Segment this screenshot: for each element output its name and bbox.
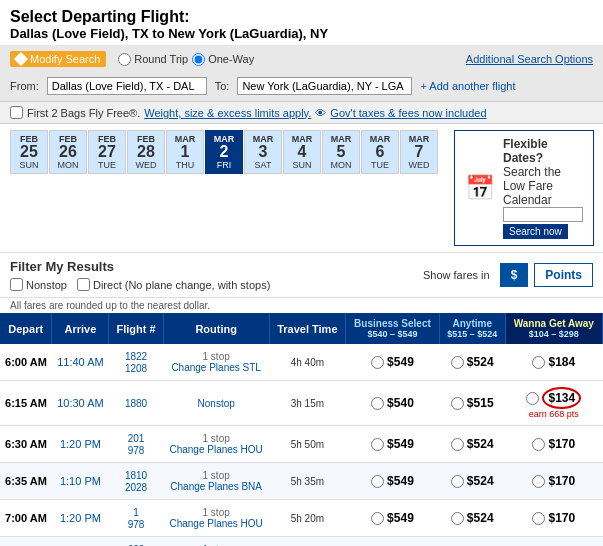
diamond-icon <box>14 52 28 66</box>
direct-filter[interactable]: Direct (No plane change, with stops) <box>77 278 270 291</box>
routing: 1 stopChange Planes HOU <box>163 500 269 537</box>
calendar-date-6[interactable]: MAR6TUE <box>361 130 399 174</box>
round-trip-option[interactable]: Round Trip <box>118 53 188 66</box>
business-price <box>346 537 440 547</box>
routing: 1 stopChange Planes BNA <box>163 463 269 500</box>
table-row: 6:00 AM 11:40 AM 18221208 1 stopChange P… <box>0 344 603 381</box>
anytime-price[interactable]: $524 <box>439 463 505 500</box>
depart-time: 6:00 AM <box>0 344 52 381</box>
wanna-price-label[interactable]: $170 <box>509 511 598 525</box>
anytime-price[interactable]: $524 <box>439 344 505 381</box>
calendar-date-28[interactable]: FEB28WED <box>127 130 165 174</box>
wanna-price-label[interactable]: $170 <box>509 437 598 451</box>
calendar-date-26[interactable]: FEB26MON <box>49 130 87 174</box>
calendar-date-5[interactable]: MAR5MON <box>322 130 360 174</box>
nonstop-filter[interactable]: Nonstop <box>10 278 67 291</box>
calendar-date-4[interactable]: MAR4SUN <box>283 130 321 174</box>
flight-num: 201978 <box>109 426 163 463</box>
depart-time: 7:00 AM <box>0 500 52 537</box>
wanna-price-label[interactable]: $170 <box>509 474 598 488</box>
arrive-time: 10:30 AM <box>52 381 109 426</box>
travel-time: 3h 15m <box>269 381 346 426</box>
wanna-price-label[interactable]: $134 <box>509 387 598 409</box>
table-row: 603 1 stop <box>0 537 603 547</box>
taxes-fees-link[interactable]: Gov't taxes & fees now included <box>330 107 486 119</box>
calendar-date-1[interactable]: MAR1THU <box>166 130 204 174</box>
flex-dates-input[interactable] <box>503 207 583 222</box>
trip-type-group: Round Trip One-Way <box>118 53 254 66</box>
business-price[interactable]: $549 <box>346 500 440 537</box>
flight-num: 603 <box>109 537 163 547</box>
wanna-price[interactable]: $170 <box>505 426 602 463</box>
table-header: Depart Arrive Flight # Routing Travel Ti… <box>0 313 603 344</box>
depart-time: 6:15 AM <box>0 381 52 426</box>
arrive-time: 1:20 PM <box>52 500 109 537</box>
fare-toggle: Show fares in $ Points <box>423 263 593 287</box>
search-now-button[interactable]: Search now <box>503 224 568 239</box>
one-way-option[interactable]: One-Way <box>192 53 254 66</box>
col-anytime: Anytime $515 – $524 <box>439 313 505 344</box>
from-label: From: <box>10 80 39 92</box>
search-bar: Modify Search Round Trip One-Way Additio… <box>0 45 603 101</box>
anytime-price <box>439 537 505 547</box>
depart-time: 6:35 AM <box>0 463 52 500</box>
arrive-time: 1:10 PM <box>52 463 109 500</box>
flight-num: 18102028 <box>109 463 163 500</box>
to-input[interactable] <box>237 77 412 95</box>
wanna-price[interactable]: $134earn 668 pts <box>505 381 602 426</box>
baggage-text1: First 2 Bags Fly Free®. <box>27 107 140 119</box>
page-title: Select Departing Flight: <box>10 8 593 26</box>
wanna-price-label[interactable]: $184 <box>509 355 598 369</box>
calendar-date-27[interactable]: FEB27TUE <box>88 130 126 174</box>
wanna-price[interactable]: $170 <box>505 500 602 537</box>
baggage-limits-link[interactable]: Weight, size & excess limits apply. <box>144 107 311 119</box>
table-row: 6:30 AM 1:20 PM 201978 1 stopChange Plan… <box>0 426 603 463</box>
baggage-bar: First 2 Bags Fly Free®. Weight, size & e… <box>0 101 603 124</box>
flight-num: 1978 <box>109 500 163 537</box>
col-business: Business Select $540 – $549 <box>346 313 440 344</box>
flexible-dates-box: 📅 Flexible Dates? Search the Low Fare Ca… <box>454 130 594 246</box>
col-arrive: Arrive <box>52 313 109 344</box>
rounded-note: All fares are rounded up to the nearest … <box>0 298 603 313</box>
col-routing: Routing <box>163 313 269 344</box>
travel-time <box>269 537 346 547</box>
flex-dates-subtitle: Search the Low Fare Calendar <box>503 165 583 207</box>
add-flight-link[interactable]: + Add another flight <box>420 80 515 92</box>
filter-title: Filter My Results <box>10 259 270 274</box>
results-body: 6:00 AM 11:40 AM 18221208 1 stopChange P… <box>0 344 603 546</box>
wanna-price[interactable]: $170 <box>505 463 602 500</box>
col-wanna: Wanna Get Away $104 – $298 <box>505 313 602 344</box>
routing: 1 stopChange Planes STL <box>163 344 269 381</box>
business-price[interactable]: $540 <box>346 381 440 426</box>
table-row: 6:35 AM 1:10 PM 18102028 1 stopChange Pl… <box>0 463 603 500</box>
points-toggle[interactable]: Points <box>534 263 593 287</box>
calendar-dates: FEB25SUNFEB26MONFEB27TUEFEB28WEDMAR1THUM… <box>10 130 438 174</box>
table-row: 7:00 AM 1:20 PM 1978 1 stopChange Planes… <box>0 500 603 537</box>
calendar-icon: 📅 <box>465 174 495 202</box>
baggage-checkbox[interactable] <box>10 106 23 119</box>
routing: 1 stop <box>163 537 269 547</box>
business-price[interactable]: $549 <box>346 426 440 463</box>
additional-search-options-link[interactable]: Additional Search Options <box>466 53 593 65</box>
calendar-date-3[interactable]: MAR3SAT <box>244 130 282 174</box>
arrive-time: 11:40 AM <box>52 344 109 381</box>
anytime-price[interactable]: $524 <box>439 426 505 463</box>
business-price[interactable]: $549 <box>346 463 440 500</box>
from-input[interactable] <box>47 77 207 95</box>
modify-search-button[interactable]: Modify Search <box>10 51 106 67</box>
calendar-date-25[interactable]: FEB25SUN <box>10 130 48 174</box>
calendar-date-7[interactable]: MAR7WED <box>400 130 438 174</box>
flight-num: 18221208 <box>109 344 163 381</box>
dollar-toggle[interactable]: $ <box>500 263 529 287</box>
show-fares-label: Show fares in <box>423 269 490 281</box>
modify-search-label: Modify Search <box>30 53 100 65</box>
depart-time <box>0 537 52 547</box>
business-price[interactable]: $549 <box>346 344 440 381</box>
calendar-date-2[interactable]: MAR2FRI <box>205 130 243 174</box>
wanna-price[interactable]: $184 <box>505 344 602 381</box>
anytime-price[interactable]: $524 <box>439 500 505 537</box>
anytime-price[interactable]: $515 <box>439 381 505 426</box>
filter-options: Nonstop Direct (No plane change, with st… <box>10 278 270 291</box>
travel-time: 5h 20m <box>269 500 346 537</box>
travel-time: 5h 50m <box>269 426 346 463</box>
